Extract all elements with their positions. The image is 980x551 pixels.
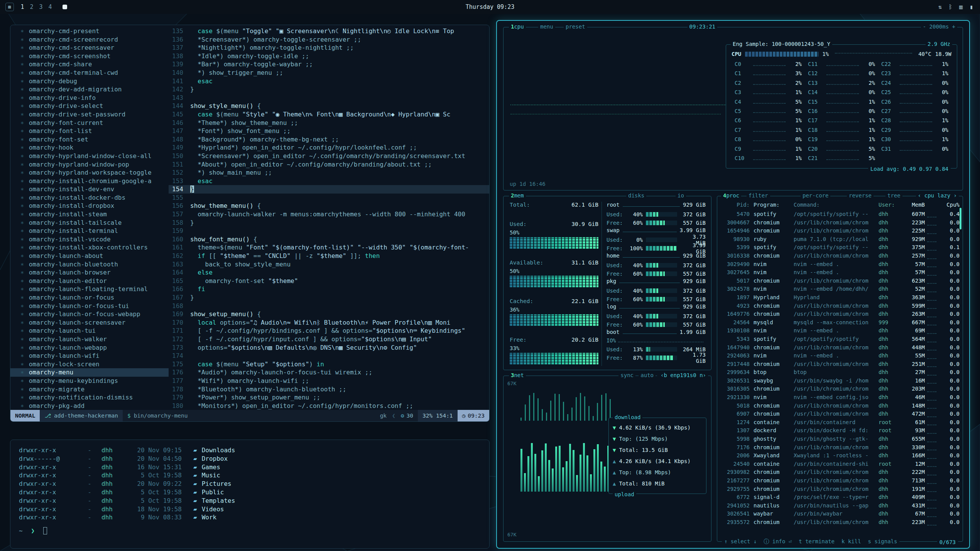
process-row[interactable]: 3016338chromium/usr/lib/chromium/chromdh…	[720, 253, 960, 261]
process-row[interactable]: 2167277chromium/usr/lib/chromium/chromdh…	[720, 477, 960, 486]
code-line[interactable]: 174	[169, 352, 489, 360]
code-line[interactable]: 157 omarchy-launch-walker -m menus:omarc…	[169, 210, 489, 219]
process-column-header[interactable]: User:	[879, 202, 900, 211]
tree-item[interactable]: ∗omarchy-install-docker-dbs	[10, 194, 169, 202]
code-line[interactable]: 170 local options="♫ Audio\n≈ Wifi\nᛒ Bl…	[169, 318, 489, 327]
tree-item[interactable]: ∗omarchy-install-vscode	[10, 235, 169, 244]
tree-item[interactable]: ∗omarchy-menu-keybindings	[10, 377, 169, 385]
tree-item[interactable]: ∗omarchy-hyprland-workspace-toggle	[10, 169, 169, 177]
process-row[interactable]: 98930rubypuma 7.1.0 (tcp://localdhh929M0…	[720, 236, 960, 244]
code-line[interactable]: 163 back_to show_style_menu	[169, 260, 489, 269]
code-line[interactable]: 173 options="$options\n▧ Defaults\n◎ DNS…	[169, 344, 489, 352]
process-row[interactable]: 1649776chromium/usr/lib/chromium/chromdh…	[720, 311, 960, 319]
tree-item[interactable]: ∗omarchy-cmd-screenshot	[10, 52, 169, 61]
tree-item[interactable]: ∗omarchy-hyprland-window-close-all	[10, 152, 169, 160]
io-tab[interactable]: io	[676, 192, 686, 199]
tree-item[interactable]: ∗omarchy-font-list	[10, 127, 169, 135]
code-line[interactable]: 179 *Power*) show_setup_power_menu ;;	[169, 393, 489, 402]
code-line[interactable]: 165 omarchy-font-set "$theme"	[169, 277, 489, 285]
proc-action-info[interactable]: ⓘ info ⏎	[764, 538, 792, 545]
tree-item[interactable]: ∗omarchy-hyprland-window-pop	[10, 160, 169, 169]
process-row[interactable]: 7176chromium/usr/lib/chromium/chromdhh33…	[720, 444, 960, 453]
code-line[interactable]: 154}	[169, 185, 489, 194]
proc-action-ssignals[interactable]: s signals	[868, 538, 897, 545]
code-line[interactable]: 166 fi	[169, 285, 489, 293]
code-line[interactable]: 146 *Theme*) show_theme_menu ;;	[169, 119, 489, 127]
tree-item[interactable]: ∗omarchy-install-terminal	[10, 227, 169, 235]
process-row[interactable]: 3016305chromium/usr/lib/chromium/chromdh…	[720, 386, 960, 394]
tree-item[interactable]: ∗omarchy-launch-bluetooth	[10, 260, 169, 269]
shell-prompt[interactable]: ~ ❯	[19, 527, 47, 535]
code-line[interactable]: 147 *Font*) show_font_menu ;;	[169, 127, 489, 135]
code-line[interactable]: 153 esac	[169, 177, 489, 185]
code-line[interactable]: 175 case $(menu "Setup" "$options") in	[169, 360, 489, 369]
code-line[interactable]: 145 case $(menu "Style" "◉ Theme\n✎ Font…	[169, 110, 489, 119]
tree-item[interactable]: ∗omarchy-pkg-add	[10, 402, 169, 410]
tree-item[interactable]: ∗omarchy-drive-info	[10, 94, 169, 102]
disks-tab[interactable]: disks	[626, 192, 646, 199]
process-column-header[interactable]	[925, 202, 939, 211]
code-line[interactable]: 138 *Idle*) omarchy-toggle-idle ;;	[169, 52, 489, 61]
process-row[interactable]: 5017chromium/usr/lib/chromium/chromdhh62…	[720, 278, 960, 286]
code-line[interactable]: 162 if [[ "$theme" == "CNCLD" || -z "$th…	[169, 252, 489, 260]
tree-item[interactable]: ∗omarchy-launch-tui	[10, 327, 169, 335]
proc-reverse-button[interactable]: reverse	[847, 192, 874, 199]
process-row[interactable]: 1307dockerd/usr/bin/dockerd -H fd:root93…	[720, 427, 960, 436]
process-row[interactable]: 24540containe/usr/bin/containerd-shiroot…	[720, 461, 960, 469]
code-line[interactable]: 159	[169, 227, 489, 235]
process-row[interactable]: 2999634btopbtopdhh27M0.0	[720, 369, 960, 377]
code-line[interactable]: 164 else	[169, 268, 489, 277]
process-column-header[interactable]: Command:	[794, 202, 879, 211]
code-line[interactable]: 160show_font_menu() {	[169, 235, 489, 244]
tree-item[interactable]: ∗omarchy-hook	[10, 143, 169, 152]
code-line[interactable]: 139 *Bar*) omarchy-toggle-waybar ;;	[169, 60, 489, 69]
process-row[interactable]: 3026531swaybg/usr/bin/swaybg -i /homdhh1…	[720, 377, 960, 386]
tree-item[interactable]: ∗omarchy-install-dropbox	[10, 202, 169, 210]
process-row[interactable]: 6772signal-d/proc/self/exe --type=rdhh40…	[720, 494, 960, 502]
process-row[interactable]: 5399spotify/opt/spotify/spotify --dhh375…	[720, 244, 960, 253]
tree-item[interactable]: ∗omarchy-launch-or-focus	[10, 293, 169, 302]
btop-preset-button[interactable]: preset	[564, 24, 587, 30]
code-line[interactable]: 137 *Nightlight*) omarchy-toggle-nightli…	[169, 44, 489, 52]
tree-item[interactable]: ∗omarchy-font-current	[10, 119, 169, 127]
process-row[interactable]: 3027645nvimnvim --embed .dhh57M0.0	[720, 269, 960, 278]
process-row[interactable]: 5470spotify/opt/spotify/spotify --dhh607…	[720, 211, 960, 219]
net-sync-button[interactable]: sync	[618, 372, 635, 378]
code-line[interactable]: 176 *Audio*) omarchy-launch-or-focus-tui…	[169, 368, 489, 377]
tree-item[interactable]: ∗omarchy-notification-dismiss	[10, 393, 169, 402]
tree-item[interactable]: ∗omarchy-cmd-screenrecord	[10, 35, 169, 44]
process-row[interactable]: 3004667chromium/usr/lib/chromium/chromdh…	[720, 219, 960, 228]
process-row[interactable]: 5343spotify/opt/spotify/spotifydhh564M0.…	[720, 336, 960, 344]
process-column-header[interactable]: Pid:	[720, 202, 754, 211]
btop-menu-button[interactable]: menu	[538, 24, 555, 30]
code-line[interactable]: 151 *About*) open_in_editor ~/.config/om…	[169, 160, 489, 169]
process-row[interactable]: 1274containe/usr/bin/containerdroot61M0.…	[720, 419, 960, 428]
process-row[interactable]: 5018chromium/usr/lib/chromium/chromdhh14…	[720, 403, 960, 411]
process-row[interactable]: 2929755chromium/usr/lib/chromium/chromdh…	[720, 486, 960, 494]
process-row[interactable]: 5998ghostty/usr/bin/ghostty --gtk-dhh655…	[720, 436, 960, 444]
code-line[interactable]: 142}	[169, 85, 489, 94]
code-line[interactable]: 152 *) show_main_menu ;;	[169, 169, 489, 177]
process-row[interactable]: 1930108nvimnvim --embed .dhh69M0.0	[720, 327, 960, 336]
tree-item[interactable]: ∗omarchy-lock-screen	[10, 360, 169, 369]
code-line[interactable]: 158}	[169, 219, 489, 227]
process-row[interactable]: 2924063nvimnvim --embed .dhh55M0.0	[720, 352, 960, 361]
tree-item[interactable]: ∗omarchy-launch-screensaver	[10, 318, 169, 327]
code-line[interactable]: 148 *Background*) omarchy-theme-bg-next …	[169, 135, 489, 144]
code-line[interactable]: 143	[169, 94, 489, 102]
process-column-header[interactable]: Program:	[754, 202, 794, 211]
net-auto-button[interactable]: auto	[639, 372, 656, 378]
process-row[interactable]: 1897HyprlandHyprlanddhh363M0.0	[720, 294, 960, 303]
tree-item[interactable]: ∗omarchy-install-steam	[10, 210, 169, 219]
tree-item[interactable]: ∗omarchy-launch-browser	[10, 268, 169, 277]
proc-action-select[interactable]: ↑ select ↓	[724, 538, 757, 545]
process-row[interactable]: 1654946chromium/usr/lib/chromium/chromdh…	[720, 227, 960, 236]
process-row[interactable]: 1647940chromium/usr/lib/chromium/chromdh…	[720, 344, 960, 353]
tree-item[interactable]: ∗omarchy-launch-or-focus-tui	[10, 302, 169, 310]
tree-item[interactable]: ∗omarchy-migrate	[10, 385, 169, 394]
process-row[interactable]: 2930982chromium/usr/lib/chromium/chromdh…	[720, 469, 960, 477]
tree-item[interactable]: ∗omarchy-menu	[10, 368, 169, 377]
process-row[interactable]: 2941052nautilus/usr/bin/nautilus --gapdh…	[720, 502, 960, 511]
proc-filter-button[interactable]: filter	[747, 192, 770, 199]
process-scrollbar[interactable]	[960, 208, 961, 229]
